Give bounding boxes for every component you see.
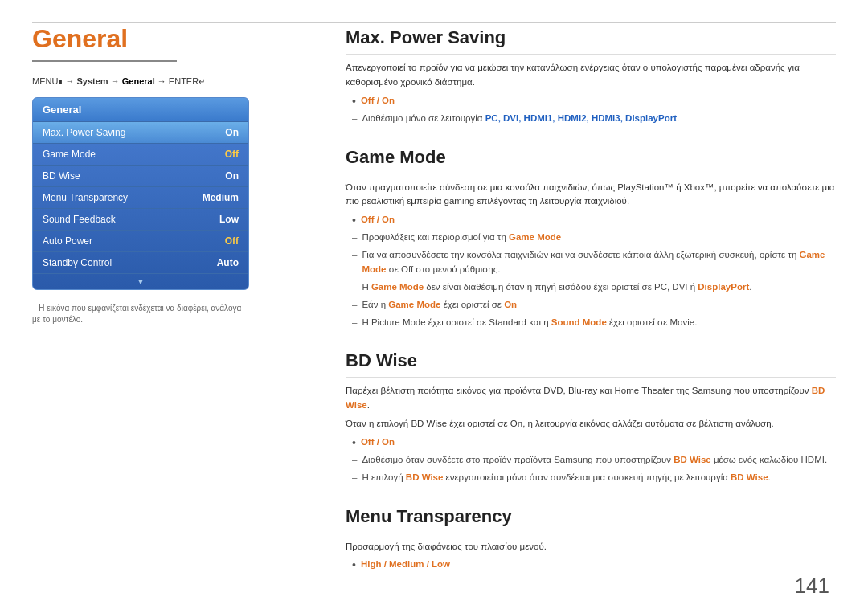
bullet-dot: •: [352, 435, 356, 450]
page-number: 141: [795, 574, 829, 599]
menu-item-value: Off: [225, 235, 239, 247]
bullet-text: Off / On: [361, 94, 395, 108]
section-game-mode: Game Mode Όταν πραγματοποιείτε σύνδεση σ…: [346, 144, 836, 330]
section-title-game-mode: Game Mode: [346, 144, 836, 174]
bullet-dot: •: [352, 94, 356, 108]
menu-item-value: Medium: [203, 192, 239, 203]
left-column: General MENU∎ → System → General → ENTER…: [32, 24, 330, 589]
dash-symbol: –: [352, 112, 357, 126]
section-text: Απενεργοποιεί το προϊόν για να μειώσει τ…: [346, 61, 836, 90]
menu-path-text: MENU: [32, 76, 58, 86]
menu-item-label: Max. Power Saving: [43, 127, 125, 138]
section-text: Προσαρμογή της διαφάνειας του πλαισίου μ…: [346, 540, 836, 554]
dash-symbol: –: [352, 453, 357, 468]
menu-path-general-label: General: [122, 76, 155, 86]
page-title: General: [32, 24, 177, 62]
menu-item-value: On: [225, 170, 239, 182]
bullet-off-on-game: • Off / On: [352, 213, 836, 227]
dash-symbol: –: [352, 316, 357, 330]
menu-item-menu-transparency[interactable]: Menu Transparency Medium: [33, 187, 248, 209]
section-title-menu-transparency: Menu Transparency: [346, 503, 836, 533]
menu-path-arrow2: →: [108, 76, 122, 86]
bullet-dot: •: [352, 213, 356, 227]
bullet-dot: •: [352, 558, 356, 572]
menu-item-bd-wise[interactable]: BD Wise On: [33, 166, 248, 187]
bullet-text: High / Medium / Low: [361, 558, 450, 572]
bullet-text: Off / On: [361, 213, 395, 227]
dash-item-if-on: – Εάν η Game Mode έχει οριστεί σε On: [352, 298, 836, 313]
dash-text: Προφυλάξεις και περιορισμοί για τη Game …: [362, 231, 561, 245]
menu-path-arrow3: → ENTER: [155, 76, 199, 86]
dash-item-disconnect: – Για να αποσυνδέσετε την κονσόλα παιχνι…: [352, 248, 836, 277]
section-body-max-power-saving: Απενεργοποιεί το προϊόν για να μειώσει τ…: [346, 61, 836, 126]
menu-item-value: Off: [225, 149, 239, 160]
menu-item-label: Game Mode: [43, 149, 96, 160]
section-max-power-saving: Max. Power Saving Απενεργοποιεί το προϊό…: [346, 24, 836, 126]
menu-item-label: Menu Transparency: [43, 192, 128, 203]
section-text2: Όταν η επιλογή BD Wise έχει οριστεί σε O…: [346, 417, 836, 431]
dash-symbol: –: [352, 298, 357, 313]
general-menu: General Max. Power Saving On Game Mode O…: [32, 97, 249, 290]
section-body-bd-wise: Παρέχει βέλτιστη ποιότητα εικόνας για πρ…: [346, 384, 836, 484]
footnote: – Η εικόνα που εμφανίζεται ενδέχεται να …: [32, 303, 249, 325]
menu-item-value: Low: [219, 214, 239, 225]
section-title-max-power-saving: Max. Power Saving: [346, 24, 836, 55]
dash-item-restrictions: – Προφυλάξεις και περιορισμοί για τη Gam…: [352, 231, 836, 245]
dash-text: Η Game Mode δεν είναι διαθέσιμη όταν η π…: [362, 280, 751, 295]
top-divider: [32, 22, 836, 23]
general-menu-title: General: [33, 98, 248, 122]
dash-symbol: –: [352, 231, 357, 245]
menu-scroll-arrow: ▼: [33, 274, 248, 289]
dash-symbol: –: [352, 248, 357, 263]
dash-text: Για να αποσυνδέσετε την κονσόλα παιχνιδι…: [362, 248, 836, 277]
menu-item-standby-control[interactable]: Standby Control Auto: [33, 252, 248, 274]
section-body-game-mode: Όταν πραγματοποιείτε σύνδεση σε μια κονσ…: [346, 181, 836, 330]
section-text: Παρέχει βέλτιστη ποιότητα εικόνας για πρ…: [346, 384, 836, 413]
section-text: Όταν πραγματοποιείτε σύνδεση σε μια κονσ…: [346, 181, 836, 210]
bullet-off-on-bd: • Off / On: [352, 435, 836, 450]
menu-item-auto-power[interactable]: Auto Power Off: [33, 231, 248, 252]
menu-item-label: Standby Control: [43, 257, 112, 268]
bullet-text: Off / On: [361, 435, 395, 450]
dash-symbol: –: [352, 280, 357, 295]
dash-item-available: – Διαθέσιμο μόνο σε λειτουργία PC, DVI, …: [352, 112, 836, 126]
menu-path-system-label: System: [77, 76, 108, 86]
dash-item-not-available: – Η Game Mode δεν είναι διαθέσιμη όταν η…: [352, 280, 836, 295]
dash-item-picture-sound: – Η Picture Mode έχει οριστεί σε Standar…: [352, 316, 836, 330]
dash-symbol: –: [352, 471, 357, 485]
bullet-high-medium-low: • High / Medium / Low: [352, 558, 836, 572]
menu-path: MENU∎ → System → General → ENTER↵: [32, 76, 305, 86]
menu-item-value: On: [225, 127, 239, 138]
section-title-bd-wise: BD Wise: [346, 347, 836, 378]
dash-text: Η Picture Mode έχει οριστεί σε Standard …: [362, 316, 697, 330]
dash-item-bd-available: – Διαθέσιμο όταν συνδέετε στο προϊόν προ…: [352, 453, 836, 468]
dash-text: Εάν η Game Mode έχει οριστεί σε On: [362, 298, 517, 313]
menu-item-value: Auto: [217, 257, 239, 268]
menu-item-label: BD Wise: [43, 170, 80, 182]
section-menu-transparency: Menu Transparency Προσαρμογή της διαφάνε…: [346, 503, 836, 573]
bullet-off-on: • Off / On: [352, 94, 836, 108]
menu-item-label: Auto Power: [43, 235, 92, 247]
dash-text: Διαθέσιμο μόνο σε λειτουργία PC, DVI, HD…: [362, 112, 679, 126]
menu-item-label: Sound Feedback: [43, 214, 116, 225]
dash-text: Η επιλογή BD Wise ενεργοποιείται μόνο ότ…: [362, 471, 770, 485]
menu-item-game-mode[interactable]: Game Mode Off: [33, 144, 248, 166]
section-body-menu-transparency: Προσαρμογή της διαφάνειας του πλαισίου μ…: [346, 540, 836, 573]
menu-item-sound-feedback[interactable]: Sound Feedback Low: [33, 209, 248, 231]
section-bd-wise: BD Wise Παρέχει βέλτιστη ποιότητα εικόνα…: [346, 347, 836, 484]
right-column: Max. Power Saving Απενεργοποιεί το προϊό…: [330, 24, 836, 589]
menu-item-max-power-saving[interactable]: Max. Power Saving On: [33, 122, 248, 144]
dash-text: Διαθέσιμο όταν συνδέετε στο προϊόν προϊό…: [362, 453, 827, 468]
dash-item-bd-activates: – Η επιλογή BD Wise ενεργοποιείται μόνο …: [352, 471, 836, 485]
menu-path-system: →: [63, 76, 76, 86]
